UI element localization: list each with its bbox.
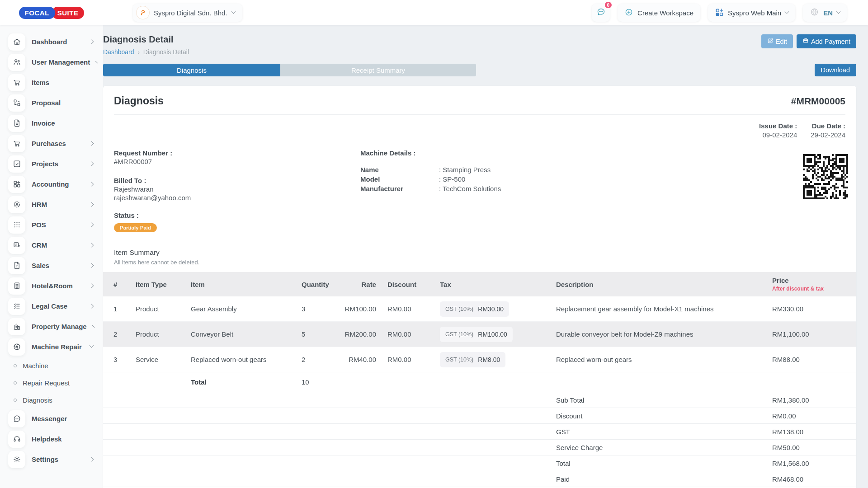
document-number: #MRM00005 (791, 96, 845, 107)
total-quantity: 10 (297, 378, 340, 386)
cart-icon (8, 74, 25, 91)
sidebar-item-pos[interactable]: POS (8, 215, 97, 235)
item-row-3: 3 Service Replaced worn-out gears 2 RM40… (103, 347, 856, 372)
logo-suite: SUITE (52, 7, 85, 19)
add-payment-label: Add Payment (811, 38, 850, 45)
workspace-switcher[interactable]: Syspro Web Main (708, 4, 795, 22)
sidebar-item-label: Legal Case (32, 302, 84, 310)
header-discount: Discount (379, 281, 440, 288)
sidebar-item-hrm[interactable]: HRM (8, 194, 97, 215)
messages-button[interactable]: 0 (592, 4, 610, 22)
sidebar-item-label: Hotel&Room (32, 282, 84, 290)
company-name: Syspro Digital Sdn. Bhd. (154, 9, 227, 17)
chevron-right-icon (90, 457, 94, 462)
card-plus-icon (8, 237, 25, 254)
sidebar-item-label: Messenger (32, 415, 84, 422)
sidebar-item-crm[interactable]: CRM (8, 235, 97, 255)
transfer-icon (8, 94, 25, 112)
chevron-right-icon (90, 284, 94, 288)
download-button[interactable]: Download (815, 64, 857, 76)
sidebar-item-property-manage[interactable]: Property Manage (8, 316, 97, 337)
sidebar-item-user-management[interactable]: User Management (8, 52, 97, 72)
sidebar-item-accounting[interactable]: Accounting (8, 174, 97, 194)
sidebar-subitem-diagnosis[interactable]: Diagnosis (8, 391, 97, 408)
sidebar-item-label: CRM (32, 241, 84, 249)
sidebar-item-label: Helpdesk (32, 435, 84, 443)
language-label: EN (823, 9, 833, 17)
machine-details-table: Name : Stamping Press Model : SP-500 Man… (360, 166, 803, 192)
sidebar-item-projects[interactable]: Projects (8, 154, 97, 174)
total-label: Total (187, 378, 297, 386)
bullet-icon (14, 399, 17, 402)
issue-date: Issue Date : 09-02-2024 (759, 122, 797, 139)
sidebar-item-legal-case[interactable]: Legal Case (8, 296, 97, 316)
request-number-value: #MRR00007 (114, 157, 360, 166)
sidebar-item-hotel-room[interactable]: Hotel&Room (8, 276, 97, 296)
app-logo[interactable]: FOCAL SUITE (0, 7, 103, 19)
users-icon (8, 54, 25, 71)
edit-button-label: Edit (776, 38, 787, 45)
sidebar-item-machine-repair[interactable]: Machine Repair (8, 337, 97, 357)
sidebar-item-settings[interactable]: Settings (8, 449, 97, 469)
chevron-right-icon (90, 182, 94, 187)
tab-receipt-summary[interactable]: Receipt Summary (280, 64, 476, 76)
summary-row-paid: Paid RM468.00 (103, 471, 856, 487)
sidebar-item-helpdesk[interactable]: Helpdesk (8, 429, 97, 449)
edit-button[interactable]: Edit (761, 34, 793, 48)
chevron-down-icon (231, 9, 236, 14)
sidebar-item-label: Accounting (32, 180, 84, 188)
chevron-right-icon (90, 162, 94, 166)
header-rate: Rate (340, 281, 379, 288)
breadcrumb-dashboard-link[interactable]: Dashboard (103, 48, 134, 56)
sidebar-item-messenger[interactable]: Messenger (8, 408, 97, 429)
summary-row-service-charge: Service Charge RM50.00 (103, 440, 856, 455)
add-payment-button[interactable]: Add Payment (797, 34, 856, 48)
create-workspace-button[interactable]: Create Workspace (618, 4, 700, 22)
sidebar-subitem-repair-request[interactable]: Repair Request (8, 374, 97, 391)
topbar: FOCAL SUITE Syspro Digital Sdn. Bhd. 0 C… (0, 0, 868, 25)
sidebar-nav: Dashboard User Management Items Proposal… (8, 32, 97, 469)
tab-diagnosis[interactable]: Diagnosis (103, 64, 280, 76)
bullet-icon (14, 381, 17, 385)
items-table-header: # Item Type Item Quantity Rate Discount … (103, 272, 856, 296)
due-date-label: Due Date : (811, 122, 845, 130)
sidebar-item-invoice[interactable]: Invoice (8, 113, 97, 133)
sidebar-item-items[interactable]: Items (8, 72, 97, 93)
header-price: Price After discount & tax (771, 277, 856, 292)
chevron-right-icon (90, 304, 94, 309)
sidebar-item-purchases[interactable]: Purchases (8, 133, 97, 154)
summary-row-discount: Discount RM0.00 (103, 408, 856, 424)
due-date-value: 29-02-2024 (811, 131, 845, 139)
qr-code (803, 154, 848, 199)
header-no: # (103, 281, 130, 288)
machine-detail-row: Name : Stamping Press (360, 166, 803, 174)
header-item-type: Item Type (130, 281, 187, 288)
bullet-icon (14, 364, 17, 367)
chat-icon (8, 410, 25, 427)
request-number-block: Request Number : #MRR00007 (114, 149, 360, 166)
breadcrumb: Dashboard › Diagnosis Detail (103, 48, 189, 56)
request-number-label: Request Number : (114, 149, 360, 157)
header-description: Description (555, 281, 771, 288)
issue-date-label: Issue Date : (759, 122, 797, 130)
chevron-right-icon (90, 141, 94, 146)
item-row-2: 2 Product Conveyor Belt 5 RM200.00 RM0.0… (103, 322, 856, 347)
sidebar-subitem-machine[interactable]: Machine (8, 357, 97, 374)
tab-bar: Diagnosis Receipt Summary Download (103, 64, 856, 76)
create-workspace-label: Create Workspace (637, 9, 693, 17)
dots-grid-icon (8, 216, 25, 234)
sidebar-item-proposal[interactable]: Proposal (8, 93, 97, 113)
company-workspace-selector[interactable]: Syspro Digital Sdn. Bhd. (133, 4, 242, 22)
sidebar-item-dashboard[interactable]: Dashboard (8, 32, 97, 52)
breadcrumb-separator: › (138, 49, 140, 56)
language-selector[interactable]: EN (803, 4, 847, 22)
chevron-right-icon (90, 243, 94, 248)
billed-to-block: Billed To : Rajeshwaran rajeshwaran@yaho… (114, 176, 360, 202)
sidebar-item-sales[interactable]: Sales (8, 255, 97, 276)
headset-icon (8, 431, 25, 448)
grid-plus-outline-icon (8, 176, 25, 193)
item-row-1: 1 Product Gear Assembly 3 RM100.00 RM0.0… (103, 296, 856, 322)
document-heading: Diagnosis (114, 95, 164, 107)
chevron-right-icon (90, 202, 94, 207)
tax-chip: GST (10%) RM100.00 (440, 327, 513, 342)
